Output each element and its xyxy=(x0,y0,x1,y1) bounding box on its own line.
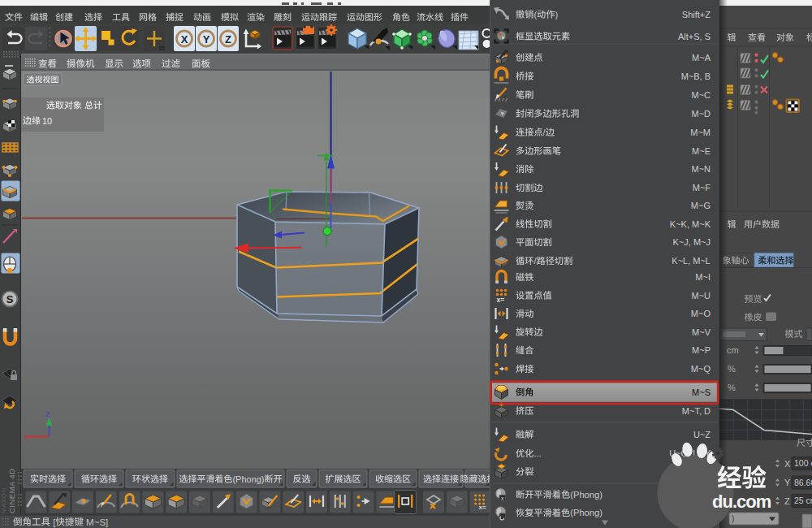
svg-text:M~I: M~I xyxy=(695,272,710,282)
svg-text:M~O: M~O xyxy=(691,309,711,318)
svg-text:(Phong): (Phong) xyxy=(570,490,603,500)
svg-text:CINEMA 4D: CINEMA 4D xyxy=(7,468,16,513)
svg-text:M~T, D: M~T, D xyxy=(682,406,710,416)
svg-text:K~J, M~J: K~J, M~J xyxy=(673,237,710,247)
svg-text:Shift+Z: Shift+Z xyxy=(682,10,710,19)
svg-text:M~Q: M~Q xyxy=(691,364,711,374)
svg-text:X: X xyxy=(24,434,29,441)
svg-text:M~D: M~D xyxy=(691,109,710,119)
svg-text:Alt+S, S: Alt+S, S xyxy=(678,32,710,41)
svg-text:M~G: M~G xyxy=(691,201,710,210)
svg-text:25 cm: 25 cm xyxy=(794,496,812,505)
svg-text:M~F: M~F xyxy=(693,183,711,193)
svg-text:M~N: M~N xyxy=(691,164,710,174)
svg-text:M~E: M~E xyxy=(692,146,710,156)
svg-text:86.603: 86.603 xyxy=(794,478,812,487)
svg-text:Y: Y xyxy=(784,478,791,487)
svg-text:100 cm: 100 cm xyxy=(794,458,812,468)
svg-text:M~M: M~M xyxy=(690,128,710,137)
svg-text:X: X xyxy=(784,459,791,469)
svg-text:cm: cm xyxy=(727,345,739,355)
svg-text:Z: Z xyxy=(45,410,50,418)
svg-text:M~P: M~P xyxy=(692,345,710,355)
svg-text:10: 10 xyxy=(42,116,52,126)
svg-text:(: ( xyxy=(533,10,537,19)
svg-text:U~Z: U~Z xyxy=(693,430,710,439)
svg-text:M~C: M~C xyxy=(691,90,710,100)
svg-text:X: X xyxy=(181,33,188,45)
svg-text:x: x xyxy=(501,496,504,501)
svg-text:x=: x= xyxy=(479,504,486,511)
svg-text:%: % xyxy=(728,383,736,392)
svg-text:du.com: du.com xyxy=(712,491,771,512)
svg-text:Z: Z xyxy=(225,33,231,45)
svg-text:%: % xyxy=(728,364,736,374)
svg-text:...: ... xyxy=(533,448,541,458)
svg-text:M~V: M~V xyxy=(692,327,711,337)
svg-text:x=: x= xyxy=(497,296,505,304)
svg-text:(Phong): (Phong) xyxy=(232,474,264,484)
svg-text:M~S]: M~S] xyxy=(84,517,108,527)
svg-text:Y: Y xyxy=(203,33,210,45)
svg-text:(Phong): (Phong) xyxy=(570,508,603,517)
svg-text:MAXON: MAXON xyxy=(0,487,7,513)
svg-text:[: [ xyxy=(50,517,56,527)
svg-text:K~L, M~L: K~L, M~L xyxy=(672,256,710,266)
svg-text:): ) xyxy=(555,10,559,19)
svg-text:M~U: M~U xyxy=(691,291,710,301)
svg-text:M~B, B: M~B, B xyxy=(681,71,710,81)
svg-text:): ) xyxy=(732,514,734,523)
svg-text:M~A: M~A xyxy=(692,53,711,63)
svg-text:S: S xyxy=(6,293,14,305)
svg-text:Z: Z xyxy=(784,496,790,506)
svg-text:M~S: M~S xyxy=(692,387,710,397)
svg-text:K~K, M~K: K~K, M~K xyxy=(670,219,711,229)
